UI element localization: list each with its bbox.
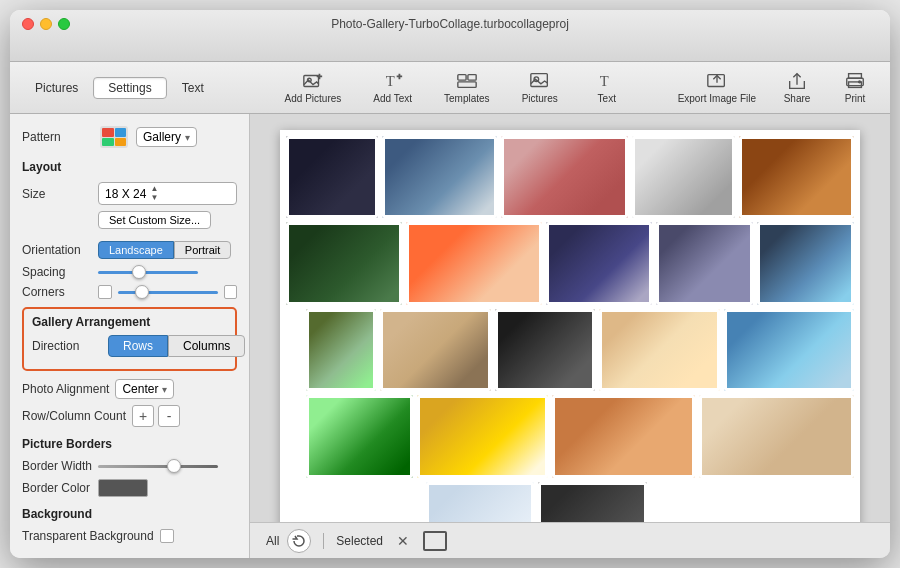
border-color-picker[interactable] xyxy=(98,479,148,497)
photo-14[interactable] xyxy=(599,309,719,391)
toolbar-text2[interactable]: T Text xyxy=(582,69,632,106)
photo-2[interactable] xyxy=(382,136,497,218)
photo-row-2 xyxy=(286,222,854,304)
transparent-label: Transparent Background xyxy=(22,529,154,543)
photo-grid xyxy=(280,130,860,522)
all-label: All xyxy=(266,534,279,548)
photo-9[interactable] xyxy=(656,222,753,304)
collage-canvas xyxy=(280,130,860,522)
custom-size-row: Set Custom Size... xyxy=(22,211,237,235)
orientation-label: Orientation xyxy=(22,243,92,257)
close-button[interactable] xyxy=(22,18,34,30)
add-pictures-icon xyxy=(301,71,325,91)
corners-row: Corners xyxy=(22,285,237,299)
border-width-slider[interactable] xyxy=(98,465,218,468)
add-text-icon: T xyxy=(381,71,405,91)
photo-21[interactable] xyxy=(538,482,646,522)
canvas-inner xyxy=(250,114,890,522)
svg-point-19 xyxy=(859,81,861,83)
photo-12[interactable] xyxy=(380,309,490,391)
toolbar-templates[interactable]: Templates xyxy=(436,69,498,106)
share-icon xyxy=(785,71,809,91)
pattern-select[interactable]: Gallery ▾ xyxy=(136,127,197,147)
direction-row: Direction Rows Columns xyxy=(32,335,227,357)
rows-button[interactable]: Rows xyxy=(108,335,168,357)
toolbar-add-text[interactable]: T Add Text xyxy=(365,69,420,106)
size-input[interactable]: 18 X 24 ▲ ▼ xyxy=(98,182,237,205)
row-count-row: Row/Column Count + - xyxy=(22,405,237,427)
main-area: Pattern Gallery ▾ Layout Size 18 X 24 xyxy=(10,114,890,558)
alignment-value: Center xyxy=(122,382,158,396)
toolbar-print[interactable]: Print xyxy=(830,69,880,106)
photo-16[interactable] xyxy=(306,395,413,477)
selected-group: Selected ✕ xyxy=(336,529,447,553)
spacing-label: Spacing xyxy=(22,265,92,279)
photo-4[interactable] xyxy=(632,136,736,218)
photo-15[interactable] xyxy=(724,309,854,391)
photo-17[interactable] xyxy=(417,395,548,477)
custom-size-button[interactable]: Set Custom Size... xyxy=(98,211,211,229)
photo-13[interactable] xyxy=(495,309,595,391)
refresh-all-button[interactable] xyxy=(287,529,311,553)
increment-button[interactable]: + xyxy=(132,405,154,427)
toolbar-pictures2[interactable]: Pictures xyxy=(514,69,566,106)
print-icon xyxy=(843,71,867,91)
photo-3[interactable] xyxy=(501,136,628,218)
size-up-icon[interactable]: ▲ xyxy=(150,185,158,193)
photo-8[interactable] xyxy=(546,222,653,304)
portrait-button[interactable]: Portrait xyxy=(174,241,231,259)
photo-19[interactable] xyxy=(699,395,854,477)
gallery-arrangement-title: Gallery Arrangement xyxy=(32,315,227,329)
photo-6[interactable] xyxy=(286,222,402,304)
frame-selected-button[interactable] xyxy=(423,531,447,551)
toolbar-share[interactable]: Share xyxy=(772,69,822,106)
svg-rect-9 xyxy=(458,82,476,88)
photo-row-4 xyxy=(286,395,854,477)
pictures2-label: Pictures xyxy=(522,93,558,104)
pattern-label: Pattern xyxy=(22,130,92,144)
spacing-slider[interactable] xyxy=(98,271,198,274)
corners-slider[interactable] xyxy=(118,291,218,294)
pattern-value: Gallery xyxy=(143,130,181,144)
photo-7[interactable] xyxy=(406,222,542,304)
counter-buttons: + - xyxy=(132,405,180,427)
tab-pictures[interactable]: Pictures xyxy=(20,77,93,99)
all-group: All xyxy=(266,529,311,553)
tab-text[interactable]: Text xyxy=(167,77,219,99)
tab-settings[interactable]: Settings xyxy=(93,77,166,99)
window-title: Photo-Gallery-TurboCollage.turbocollagep… xyxy=(331,17,569,31)
landscape-button[interactable]: Landscape xyxy=(98,241,174,259)
toolbar-add-pictures[interactable]: Add Pictures xyxy=(277,69,350,106)
photo-10[interactable] xyxy=(757,222,854,304)
size-down-icon[interactable]: ▼ xyxy=(150,194,158,202)
spacer-2 xyxy=(651,482,854,522)
size-stepper[interactable]: ▲ ▼ xyxy=(150,185,158,202)
photo-5[interactable] xyxy=(739,136,854,218)
photo-18[interactable] xyxy=(552,395,695,477)
photo-11[interactable] xyxy=(306,309,376,391)
row-count-label: Row/Column Count xyxy=(22,409,126,423)
transparent-checkbox[interactable] xyxy=(160,529,174,543)
corners-checkbox[interactable] xyxy=(98,285,112,299)
pattern-row: Pattern Gallery ▾ xyxy=(22,126,237,148)
decrement-button[interactable]: - xyxy=(158,405,180,427)
photo-20[interactable] xyxy=(426,482,534,522)
pictures2-icon xyxy=(528,71,552,91)
minimize-button[interactable] xyxy=(40,18,52,30)
border-color-label: Border Color xyxy=(22,481,92,495)
pattern-cell-1 xyxy=(102,128,114,137)
maximize-button[interactable] xyxy=(58,18,70,30)
columns-button[interactable]: Columns xyxy=(168,335,245,357)
toolbar-export[interactable]: Export Image File xyxy=(670,69,764,106)
direction-buttons: Rows Columns xyxy=(108,335,245,357)
alignment-select[interactable]: Center ▾ xyxy=(115,379,174,399)
corners-checkbox-right[interactable] xyxy=(224,285,238,299)
divider-1 xyxy=(323,533,324,549)
remove-selected-button[interactable]: ✕ xyxy=(391,529,415,553)
sidebar: Pattern Gallery ▾ Layout Size 18 X 24 xyxy=(10,114,250,558)
photo-row-5 xyxy=(286,482,854,522)
canvas-area: All Selected ✕ xyxy=(250,114,890,558)
photo-1[interactable] xyxy=(286,136,378,218)
border-width-row: Border Width xyxy=(22,459,237,473)
pattern-cell-4 xyxy=(115,138,127,147)
